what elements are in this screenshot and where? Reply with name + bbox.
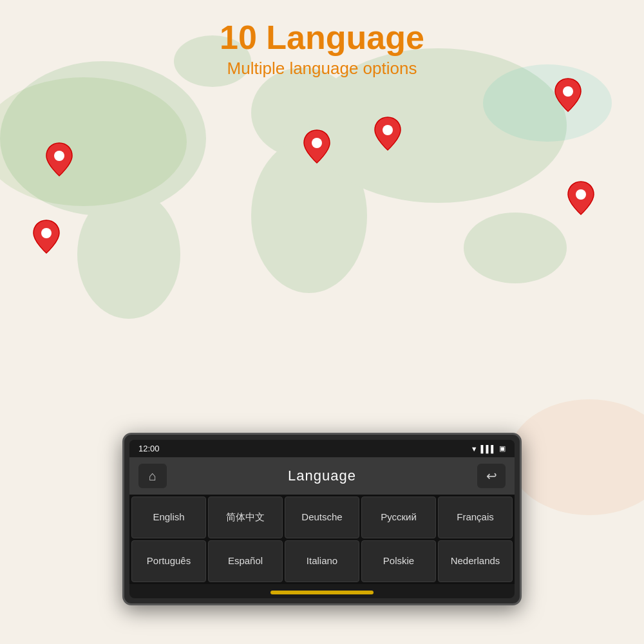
status-icons: ▼ ▌▌▌ ▣ — [471, 444, 506, 453]
pin-south-america — [32, 219, 61, 254]
svg-point-10 — [383, 125, 393, 135]
device-screen: 12:00 ▼ ▌▌▌ ▣ ⌂ Language ↩ English简体中文De… — [129, 440, 515, 598]
pin-asia-top — [554, 77, 582, 113]
home-button[interactable]: ⌂ — [138, 464, 167, 488]
language-title: Language — [167, 468, 477, 484]
battery-icon: ▣ — [499, 444, 506, 453]
svg-point-12 — [576, 189, 586, 200]
pin-north-america — [45, 142, 73, 177]
heading-area: 10 Language Multiple language options — [0, 19, 644, 79]
map-blob-orange — [509, 399, 644, 515]
lang-btn-english[interactable]: English — [131, 497, 206, 538]
svg-point-1 — [77, 190, 180, 319]
svg-point-7 — [54, 151, 64, 161]
lang-btn-francais[interactable]: Français — [438, 497, 513, 538]
signal-icon: ▌▌▌ — [481, 445, 496, 453]
status-time: 12:00 — [138, 444, 160, 453]
svg-point-11 — [563, 86, 573, 97]
lang-btn-simplified-chinese[interactable]: 简体中文 — [208, 497, 283, 538]
lang-btn-deutsche[interactable]: Deutsche — [285, 497, 359, 538]
back-button[interactable]: ↩ — [477, 464, 506, 488]
lang-btn-polskie[interactable]: Polskie — [361, 540, 436, 582]
lang-btn-espanol[interactable]: Español — [208, 540, 283, 582]
title-bar: ⌂ Language ↩ — [129, 457, 515, 495]
lang-btn-italiano[interactable]: Italiano — [285, 540, 359, 582]
pin-europe-right — [374, 116, 402, 151]
pin-europe-center — [303, 129, 331, 164]
heading-title: 10 Language — [0, 19, 644, 56]
status-bar: 12:00 ▼ ▌▌▌ ▣ — [129, 440, 515, 457]
svg-point-8 — [41, 228, 52, 238]
lang-btn-russian[interactable]: Русский — [361, 497, 436, 538]
wifi-icon: ▼ — [471, 445, 478, 453]
lang-btn-nederlands[interactable]: Nederlands — [438, 540, 513, 582]
home-icon: ⌂ — [149, 469, 156, 484]
lang-btn-portugues[interactable]: Português — [131, 540, 206, 582]
svg-point-5 — [464, 213, 567, 283]
yellow-indicator-bar — [270, 591, 374, 594]
device-frame: 12:00 ▼ ▌▌▌ ▣ ⌂ Language ↩ English简体中文De… — [122, 433, 522, 605]
pin-asia-right — [567, 180, 595, 216]
language-grid: English简体中文DeutscheРусскийFrançaisPortug… — [129, 495, 515, 584]
svg-point-9 — [312, 138, 322, 148]
back-icon: ↩ — [486, 468, 497, 484]
heading-subtitle: Multiple language options — [0, 59, 644, 79]
